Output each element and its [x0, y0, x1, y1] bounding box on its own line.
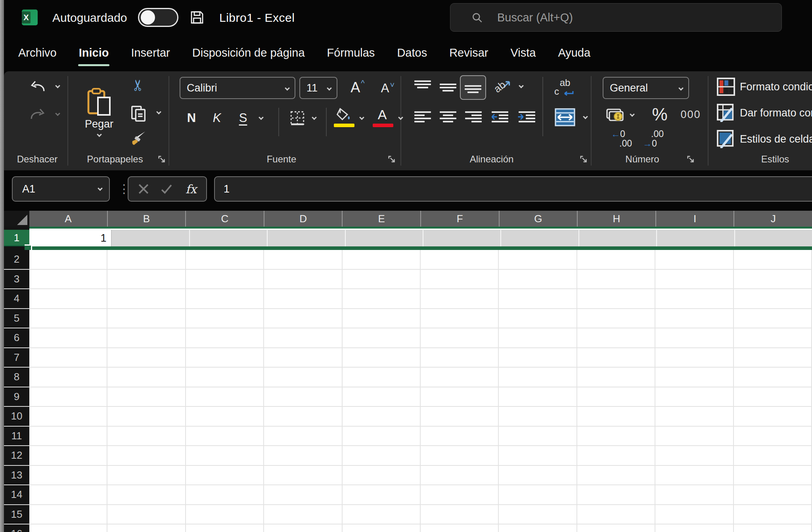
cell-A15[interactable] [29, 505, 107, 525]
cell-C15[interactable] [186, 505, 264, 525]
row-header-13[interactable]: 13 [4, 466, 29, 486]
cell-F5[interactable] [421, 309, 499, 329]
cell-I13[interactable] [655, 466, 733, 486]
cell-E5[interactable] [343, 309, 421, 329]
cell-I1[interactable] [656, 230, 734, 246]
cell-J8[interactable] [734, 368, 812, 387]
column-header-H[interactable]: H [578, 211, 656, 227]
cell-D11[interactable] [264, 427, 342, 446]
cell-I5[interactable] [655, 309, 733, 329]
cell-I14[interactable] [655, 485, 733, 505]
cell-A4[interactable] [29, 289, 107, 309]
cell-G13[interactable] [499, 466, 577, 486]
cell-H10[interactable] [577, 407, 655, 427]
row-header-14[interactable]: 14 [4, 485, 29, 505]
cell-E13[interactable] [343, 466, 421, 486]
row-header-10[interactable]: 10 [4, 407, 29, 427]
cell-C5[interactable] [186, 309, 264, 329]
cell-A7[interactable] [29, 348, 107, 368]
row-header-7[interactable]: 7 [4, 348, 29, 368]
cell-H8[interactable] [577, 368, 655, 387]
cell-D3[interactable] [264, 270, 342, 290]
alignment-dialog-launcher[interactable] [580, 155, 588, 164]
cell-A12[interactable] [29, 446, 107, 466]
align-middle-button[interactable] [437, 78, 459, 97]
conditional-formatting-button[interactable]: Formato condic [717, 78, 812, 96]
column-header-B[interactable]: B [108, 211, 186, 227]
cell-G12[interactable] [499, 446, 577, 466]
cell-A10[interactable] [29, 407, 107, 427]
cell-A3[interactable] [29, 270, 107, 290]
font-dialog-launcher[interactable] [388, 155, 396, 164]
cell-J15[interactable] [734, 505, 812, 525]
cell-G5[interactable] [499, 309, 577, 329]
cell-I9[interactable] [655, 387, 733, 407]
cell-F3[interactable] [421, 270, 499, 290]
column-header-C[interactable]: C [186, 211, 264, 227]
cell-F1[interactable] [423, 230, 500, 246]
cell-E12[interactable] [343, 446, 421, 466]
cell-E14[interactable] [343, 485, 421, 505]
cell-H7[interactable] [577, 348, 655, 368]
cell-C11[interactable] [186, 427, 264, 446]
row-header-4[interactable]: 4 [4, 289, 29, 309]
cell-D12[interactable] [264, 446, 342, 466]
excel-app-icon[interactable]: X [22, 10, 38, 25]
cell-G15[interactable] [499, 505, 577, 525]
row-header-9[interactable]: 9 [4, 387, 29, 407]
cell-H5[interactable] [577, 309, 655, 329]
tab-datos[interactable]: Datos [386, 36, 438, 71]
cell-H12[interactable] [577, 446, 655, 466]
cell-J1[interactable] [734, 230, 812, 246]
cell-H1[interactable] [578, 230, 656, 246]
cell-H13[interactable] [577, 466, 655, 486]
cell-A11[interactable] [29, 427, 107, 446]
cell-E8[interactable] [343, 368, 421, 387]
cell-E4[interactable] [343, 289, 421, 309]
cell-F6[interactable] [421, 328, 499, 348]
cut-button[interactable]: ✂ [127, 75, 149, 95]
align-left-button[interactable] [412, 107, 434, 127]
cell-F13[interactable] [421, 466, 499, 486]
column-header-I[interactable]: I [656, 211, 735, 227]
font-name-combo[interactable]: Calibri [180, 77, 295, 99]
formula-input[interactable]: 1 [214, 176, 812, 202]
cell-styles-button[interactable]: Estilos de celda [717, 130, 812, 148]
align-center-button[interactable] [437, 107, 459, 127]
cell-H4[interactable] [577, 289, 655, 309]
cell-I7[interactable] [655, 348, 733, 368]
row-header-1[interactable]: 1 [4, 230, 29, 246]
cell-D10[interactable] [264, 407, 342, 427]
align-bottom-button[interactable] [460, 75, 486, 100]
cell-B10[interactable] [107, 407, 186, 427]
cell-J13[interactable] [734, 466, 812, 486]
cell-I11[interactable] [655, 427, 733, 446]
cell-F12[interactable] [421, 446, 499, 466]
orientation-chevron[interactable] [519, 83, 524, 88]
cell-J11[interactable] [734, 427, 812, 446]
wrap-text-button[interactable]: ab c [552, 74, 578, 101]
insert-function-button[interactable]: fx [179, 177, 203, 201]
merge-center-chevron[interactable] [583, 114, 588, 119]
cell-J3[interactable] [734, 270, 812, 290]
cell-H11[interactable] [577, 427, 655, 446]
column-header-G[interactable]: G [500, 211, 578, 227]
comma-style-button[interactable]: 000 [676, 105, 705, 124]
tab-formulas[interactable]: Fórmulas [316, 36, 386, 71]
search-box[interactable]: Buscar (Alt+Q) [450, 3, 782, 32]
cell-D2[interactable] [264, 250, 342, 270]
number-dialog-launcher[interactable] [687, 155, 695, 164]
cell-B4[interactable] [107, 289, 186, 309]
cell-F7[interactable] [421, 348, 499, 368]
cell-B14[interactable] [107, 485, 186, 505]
percent-style-button[interactable]: % [647, 103, 672, 126]
fill-color-button[interactable] [332, 105, 355, 124]
cell-C12[interactable] [186, 446, 264, 466]
cell-D9[interactable] [264, 387, 342, 407]
cell-D13[interactable] [264, 466, 342, 486]
accounting-format-chevron[interactable] [630, 112, 635, 117]
cell-G3[interactable] [499, 270, 577, 290]
save-icon[interactable] [189, 9, 205, 27]
row-header-6[interactable]: 6 [4, 328, 29, 348]
cell-I4[interactable] [655, 289, 733, 309]
